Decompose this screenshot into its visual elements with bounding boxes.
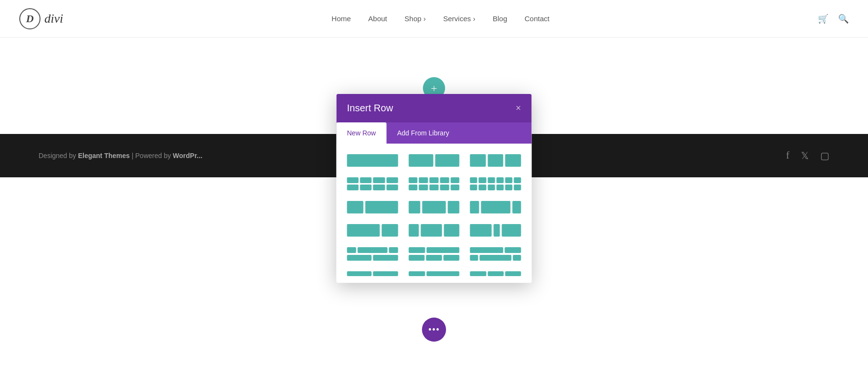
footer-brand1: Elegant Themes <box>78 152 130 159</box>
layout-2-1-2[interactable] <box>468 199 523 215</box>
layout-row6-opt3[interactable] <box>468 269 523 278</box>
nav-contact[interactable]: Contact <box>525 14 550 23</box>
instagram-icon[interactable]: ▢ <box>820 150 829 161</box>
layout-row6-opt2[interactable] <box>407 269 461 278</box>
layout-4col[interactable] <box>345 175 400 192</box>
cart-icon[interactable]: 🛒 <box>818 13 828 24</box>
layout-1col[interactable] <box>345 152 400 169</box>
nav-blog[interactable]: Blog <box>493 14 507 23</box>
layout-6col[interactable] <box>468 175 523 192</box>
layout-2-1[interactable] <box>345 222 400 239</box>
nav-utilities: 🛒 🔍 <box>818 13 849 24</box>
layout-row6-opt1[interactable] <box>345 269 400 278</box>
layout-row5-opt1[interactable] <box>345 245 400 263</box>
layout-1-2-v2[interactable] <box>407 222 461 239</box>
footer-text: Designed by Elegant Themes | Powered by … <box>39 152 203 159</box>
layout-1-2[interactable] <box>345 199 400 215</box>
logo-icon: D <box>19 8 41 29</box>
nav-shop[interactable]: Shop › <box>405 14 426 23</box>
insert-row-modal: Insert Row × New Row Add From Library <box>337 94 532 283</box>
tab-new-row[interactable]: New Row <box>337 122 387 144</box>
nav-home[interactable]: Home <box>332 14 351 23</box>
tab-add-from-library[interactable]: Add From Library <box>386 122 460 144</box>
modal-title: Insert Row <box>347 103 393 114</box>
logo-name: divi <box>44 12 63 26</box>
modal-close-button[interactable]: × <box>515 103 521 114</box>
layout-row5-opt2[interactable] <box>407 245 461 263</box>
facebook-icon[interactable]: f <box>786 150 789 161</box>
layout-row5-opt3[interactable] <box>468 245 523 263</box>
footer-social: f 𝕏 ▢ <box>786 150 829 161</box>
layout-1-2-1[interactable] <box>407 199 461 215</box>
layout-2-1-v2[interactable] <box>468 222 523 239</box>
layout-5col[interactable] <box>407 175 461 192</box>
nav-about[interactable]: About <box>368 14 387 23</box>
layout-options-grid <box>345 152 523 278</box>
footer-brand2: WordPr... <box>173 152 202 159</box>
main-nav: Home About Shop › Services › Blog Contac… <box>332 14 550 23</box>
site-header: D divi Home About Shop › Services › Blog… <box>0 0 868 38</box>
nav-services[interactable]: Services › <box>443 14 475 23</box>
layout-2col-equal[interactable] <box>407 152 461 169</box>
modal-header: Insert Row × <box>337 94 532 122</box>
modal-tabs: New Row Add From Library <box>337 122 532 144</box>
more-button[interactable]: ••• <box>422 318 446 342</box>
search-icon[interactable]: 🔍 <box>838 13 849 24</box>
layout-3col-equal[interactable] <box>468 152 523 169</box>
plus-icon: + <box>431 82 437 95</box>
dots-icon: ••• <box>428 324 440 335</box>
twitter-icon[interactable]: 𝕏 <box>801 150 809 161</box>
logo[interactable]: D divi <box>19 8 63 29</box>
modal-body <box>337 144 532 283</box>
